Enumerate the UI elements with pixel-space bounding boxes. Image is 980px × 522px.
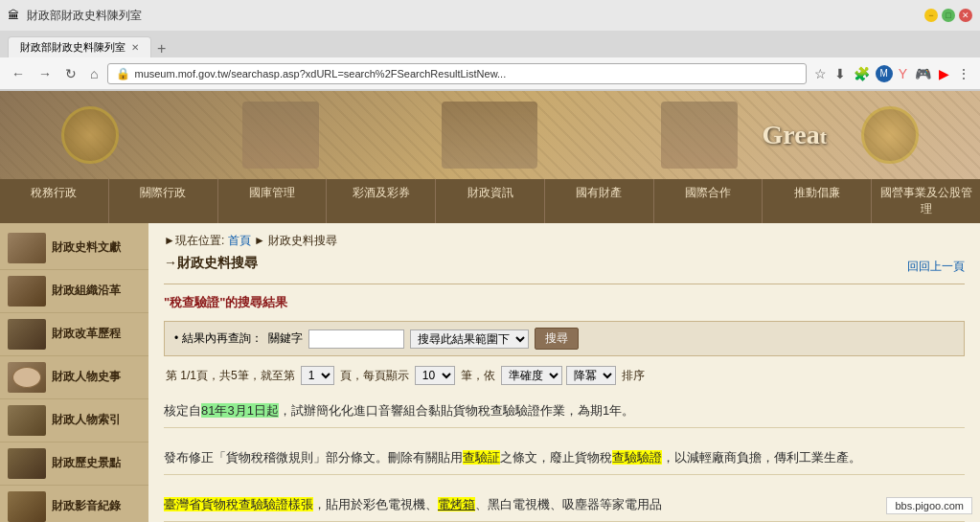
page-info-2: 頁，每頁顯示 bbox=[340, 368, 409, 384]
inner-search-bar: • 結果內再查詢： 關鍵字 搜尋此結果範圍下 搜尋 bbox=[164, 321, 965, 356]
inner-search-button[interactable]: 搜尋 bbox=[535, 328, 579, 350]
sidebar-label-documents: 財政史料文獻 bbox=[52, 240, 121, 256]
breadcrumb-current: 財政史料搜尋 bbox=[268, 234, 337, 247]
breadcrumb: ►現在位置: 首頁 ► 財政史料搜尋 bbox=[164, 233, 965, 249]
address-bar: ← → ↻ ⌂ 🔒 museum.mof.gov.tw/searchasp.as… bbox=[0, 57, 980, 90]
url-box[interactable]: 🔒 museum.mof.gov.tw/searchasp.asp?xdURL=… bbox=[107, 63, 806, 84]
per-page-select[interactable]: 10 bbox=[415, 366, 455, 385]
nav-item-intl[interactable]: 國際合作 bbox=[654, 179, 763, 223]
result-1-text: 核定自81年3月1日起，試辦簡化化進口音響組合黏貼貨物稅查驗驗證作業，為期1年。 bbox=[164, 403, 634, 418]
sidebar-item-index[interactable]: 財政人物索引 bbox=[0, 399, 148, 443]
extensions-icon[interactable]: 🧩 bbox=[852, 64, 872, 83]
sort-dir-select[interactable]: 降冪 bbox=[566, 366, 616, 385]
menu-icon[interactable]: ⋮ bbox=[955, 64, 972, 83]
sidebar-label-index: 財政人物索引 bbox=[52, 413, 121, 428]
breadcrumb-prefix: ►現在位置: bbox=[164, 234, 224, 247]
sort-select[interactable]: 準確度 bbox=[501, 366, 562, 385]
keyword-label: 關鍵字 bbox=[268, 330, 303, 347]
sidebar-thumb-sites bbox=[8, 448, 46, 479]
sidebar-thumb-figures bbox=[8, 362, 46, 393]
youtube-icon[interactable]: ▶ bbox=[937, 64, 951, 83]
sidebar-item-media[interactable]: 財政影音紀錄 bbox=[0, 486, 148, 522]
result-item-1: 核定自81年3月1日起，試辦簡化化進口音響組合黏貼貨物稅查驗驗證作業，為期1年。 bbox=[164, 395, 965, 428]
breadcrumb-sep: ► bbox=[254, 234, 265, 247]
header-image: Great bbox=[0, 91, 980, 179]
inner-search-input[interactable] bbox=[308, 329, 404, 349]
date-highlight-1: 81年3月1日起 bbox=[201, 403, 279, 418]
forward-button[interactable]: → bbox=[34, 64, 56, 83]
page-info-4: 排序 bbox=[622, 368, 645, 384]
inner-search-scope-select[interactable]: 搜尋此結果範圍下 bbox=[410, 329, 529, 349]
nav-item-customs[interactable]: 關際行政 bbox=[109, 179, 218, 223]
result-3-text: 臺灣省貨物稅查驗驗證樣張，貼用於彩色電視機、電烤箱、黑白電視機、吸塵器等家電用品 bbox=[164, 497, 662, 511]
sidebar: 財政史料文獻 財政組織沿革 財政改革歷程 財政人物史事 財政人物索引 bbox=[0, 223, 148, 522]
inner-search-label: • 結果內再查詢： bbox=[174, 330, 262, 347]
sidebar-label-org: 財政組織沿革 bbox=[52, 284, 121, 299]
sidebar-item-reform[interactable]: 財政改革歷程 bbox=[0, 313, 148, 356]
sidebar-thumb-media bbox=[8, 491, 46, 522]
sidebar-item-figures[interactable]: 財政人物史事 bbox=[0, 356, 148, 399]
sidebar-item-sites[interactable]: 財政歷史景點 bbox=[0, 443, 148, 486]
profile-icon[interactable]: M bbox=[876, 65, 893, 82]
breadcrumb-home[interactable]: 首頁 bbox=[228, 234, 251, 247]
nav-item-state[interactable]: 國營事業及公股管理 bbox=[872, 179, 980, 223]
highlight-3b: 電烤箱 bbox=[438, 497, 475, 511]
pagination-bar: 第 1/1頁，共5筆，就至第 1 頁，每頁顯示 10 筆，依 準確度 降冪 排序 bbox=[164, 366, 965, 385]
tab-bar: 財政部財政史料陳列室 ✕ + bbox=[0, 31, 980, 57]
sidebar-item-documents[interactable]: 財政史料文獻 bbox=[0, 227, 148, 270]
page-wrapper: Great 稅務行政 關際行政 國庫管理 彩酒及彩券 財政資訊 國有財產 國際合… bbox=[0, 91, 980, 522]
highlight-2b: 查驗驗證 bbox=[612, 450, 662, 465]
tab-favicon: 🏛 bbox=[8, 9, 19, 22]
sidebar-thumb-index bbox=[8, 405, 46, 436]
title-bar-left: 🏛 財政部財政史料陳列室 bbox=[8, 8, 142, 24]
nav-item-integrity[interactable]: 推動倡廉 bbox=[763, 179, 872, 223]
tab-close-btn[interactable]: ✕ bbox=[131, 42, 139, 53]
window-controls: − □ ✕ bbox=[924, 9, 972, 22]
highlight-2a: 查驗証 bbox=[463, 450, 500, 465]
download-icon[interactable]: ⬇ bbox=[832, 64, 848, 83]
browser-chrome: 🏛 財政部財政史料陳列室 − □ ✕ 財政部財政史料陳列室 ✕ + ← → ↻ … bbox=[0, 0, 980, 91]
browser-tab[interactable]: 財政部財政史料陳列室 ✕ bbox=[8, 36, 151, 57]
sidebar-thumb-documents bbox=[8, 233, 46, 263]
star-icon[interactable]: ☆ bbox=[812, 64, 829, 83]
back-link[interactable]: 回回上一頁 bbox=[907, 259, 965, 275]
nav-item-info[interactable]: 財政資訊 bbox=[436, 179, 545, 223]
main-content: ►現在位置: 首頁 ► 財政史料搜尋 →財政史料搜尋 回回上一頁 "稅查驗證"的… bbox=[148, 223, 980, 522]
refresh-button[interactable]: ↻ bbox=[61, 64, 80, 83]
toolbar-icons: ☆ ⬇ 🧩 M Y 🎮 ▶ ⋮ bbox=[812, 64, 972, 83]
highlight-3a: 臺灣省貨物稅查驗驗證樣張 bbox=[164, 497, 313, 511]
top-nav: 稅務行政 關際行政 國庫管理 彩酒及彩券 財政資訊 國有財產 國際合作 推動倡廉… bbox=[0, 179, 980, 223]
page-info-3: 筆，依 bbox=[461, 368, 495, 384]
page-title: →財政史料搜尋 bbox=[164, 255, 258, 278]
sync-icon[interactable]: Y bbox=[897, 64, 909, 83]
back-button[interactable]: ← bbox=[8, 64, 29, 83]
new-tab-button[interactable]: + bbox=[151, 40, 171, 57]
minimize-button[interactable]: − bbox=[924, 9, 938, 22]
nav-item-treasury[interactable]: 國庫管理 bbox=[218, 179, 328, 223]
sidebar-thumb-reform bbox=[8, 319, 46, 350]
window-title: 財政部財政史料陳列室 bbox=[27, 8, 142, 24]
url-text: museum.mof.gov.tw/searchasp.asp?xdURL=se… bbox=[134, 68, 506, 79]
page-select[interactable]: 1 bbox=[301, 366, 334, 385]
sidebar-label-media: 財政影音紀錄 bbox=[52, 499, 121, 514]
result-item-3: 臺灣省貨物稅查驗驗證樣張，貼用於彩色電視機、電烤箱、黑白電視機、吸塵器等家電用品 bbox=[164, 488, 965, 522]
page-info-1: 第 1/1頁，共5筆，就至第 bbox=[166, 368, 295, 384]
close-button[interactable]: ✕ bbox=[959, 9, 972, 22]
result-item-2: 發布修正「貨物稅稽微規則」部分條文。刪除有關貼用查驗証之條文，廢止貨物稅查驗驗證… bbox=[164, 442, 965, 475]
maximize-button[interactable]: □ bbox=[942, 9, 955, 22]
sidebar-label-reform: 財政改革歷程 bbox=[52, 327, 121, 342]
watermark: bbs.pigoo.com bbox=[886, 497, 972, 514]
nav-item-lottery[interactable]: 彩酒及彩券 bbox=[327, 179, 436, 223]
sidebar-label-sites: 財政歷史景點 bbox=[52, 456, 121, 471]
title-bar: 🏛 財政部財政史料陳列室 − □ ✕ bbox=[0, 0, 980, 31]
search-result-title: "稅查驗證"的搜尋結果 bbox=[164, 294, 965, 311]
nav-item-tax[interactable]: 稅務行政 bbox=[0, 179, 109, 223]
tab-label: 財政部財政史料陳列室 bbox=[20, 40, 125, 55]
nav-item-property[interactable]: 國有財產 bbox=[545, 179, 654, 223]
extensions2-icon[interactable]: 🎮 bbox=[913, 64, 933, 83]
sidebar-item-org[interactable]: 財政組織沿革 bbox=[0, 270, 148, 313]
content-wrapper: 財政史料文獻 財政組織沿革 財政改革歷程 財政人物史事 財政人物索引 bbox=[0, 223, 980, 522]
home-button[interactable]: ⌂ bbox=[86, 64, 102, 83]
sidebar-thumb-org bbox=[8, 276, 46, 306]
sidebar-label-figures: 財政人物史事 bbox=[52, 370, 121, 385]
